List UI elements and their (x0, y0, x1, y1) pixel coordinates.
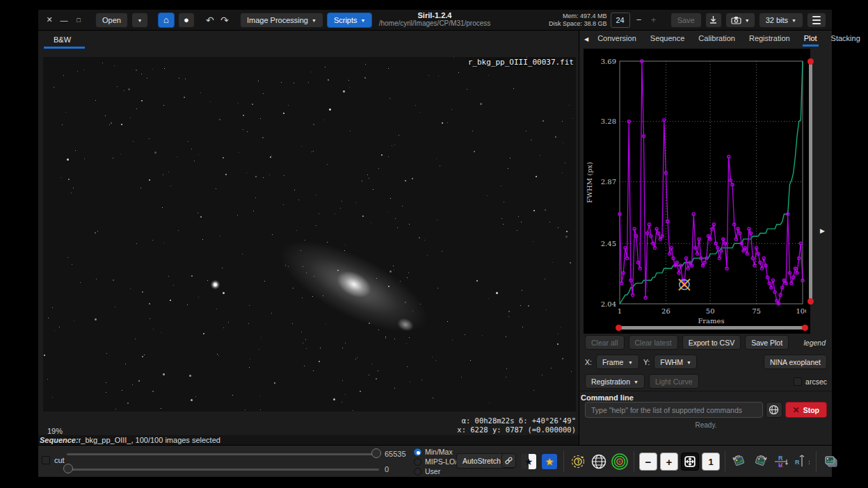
image-stack-icon (822, 453, 839, 470)
svg-text:2.45: 2.45 (601, 240, 616, 247)
image-processing-menu[interactable]: Image Processing▼ (240, 13, 323, 28)
chevron-down-icon: ▼ (312, 18, 316, 23)
tab-registration[interactable]: Registration (748, 31, 791, 47)
svg-text:3.28: 3.28 (601, 117, 616, 125)
svg-text:2.04: 2.04 (601, 300, 616, 308)
redo-icon[interactable]: ↷ (219, 15, 230, 26)
save-plot-button[interactable]: Save Plot (745, 335, 789, 350)
open-recent-dropdown[interactable]: ▼ (131, 13, 148, 28)
svg-text:R: R (778, 462, 783, 469)
snapshot-button[interactable] (569, 453, 587, 471)
image-filename-overlay: r_bkg_pp_OIII_00037.fit (468, 58, 574, 67)
radio-user-label: User (425, 467, 440, 475)
flip-vertical-button[interactable]: RR (772, 453, 790, 471)
one-to-one-zoom-button[interactable]: 1 (702, 453, 720, 471)
channel-tabbar: B&W (38, 31, 579, 49)
plus-icon: + (666, 456, 673, 468)
tab-bw-channel[interactable]: B&W (44, 33, 85, 49)
increase-button[interactable]: + (648, 15, 659, 25)
snapshot-menu[interactable]: ▼ (725, 13, 755, 28)
plot-y-range-slider[interactable] (807, 60, 814, 304)
celestial-grid-button[interactable] (590, 453, 608, 471)
save-as-button[interactable] (705, 13, 722, 28)
window-minimize-icon[interactable]: — (58, 16, 70, 24)
undo-icon[interactable]: ↶ (204, 15, 216, 26)
window-title: Siril-1.2.4 /home/cyril/Images/CP/M31/pr… (330, 11, 539, 27)
export-csv-button[interactable]: Export to CSV (682, 335, 741, 350)
siril-window: ✕ — □ Open ▼ ⌂ ● ↶ ↷ Image Processing▼ S… (38, 10, 832, 477)
image-viewport[interactable]: r_bkg_pp_OIII_00037.fit (43, 57, 576, 412)
camera-icon (731, 16, 741, 24)
rotate-right-icon (752, 453, 769, 470)
home-button[interactable]: ⌂ (158, 13, 175, 28)
toolbar-separator (816, 451, 817, 472)
open-button[interactable]: Open (95, 13, 128, 28)
record-button[interactable]: ● (178, 13, 195, 28)
x-range-handle-right[interactable] (802, 325, 808, 331)
zoom-out-button[interactable]: − (639, 453, 657, 471)
decrease-button[interactable]: − (634, 15, 645, 25)
panel-expander-icon[interactable]: ▶ (820, 227, 825, 234)
pixel-coordinates: x: 6228 y: 0787 (=0.000000) (457, 425, 576, 434)
hi-slider-handle[interactable] (371, 448, 381, 458)
tabs-scroll-left-icon[interactable]: ◀ (582, 36, 590, 42)
cut-label: cut (54, 456, 65, 464)
fwhm-plot[interactable]: 2.042.452.873.283.691265075100FWHM (px)F… (585, 51, 806, 324)
command-line-label: Command line (579, 391, 833, 402)
arcsec-checkbox[interactable] (794, 377, 802, 386)
zoom-in-button[interactable]: + (660, 453, 678, 471)
tab-calibration[interactable]: Calibration (697, 31, 737, 47)
legend-label: legend (803, 339, 827, 347)
negative-view-button[interactable]: ★ (520, 453, 538, 471)
toolbar-separator (725, 451, 725, 472)
main-menu-button[interactable] (807, 13, 826, 28)
tab-conversion[interactable]: Conversion (596, 31, 638, 47)
y-range-handle-top[interactable] (807, 58, 814, 65)
sequence-frames-button[interactable] (821, 453, 839, 471)
y-axis-dropdown[interactable]: FWHM▼ (654, 355, 697, 369)
registration-dropdown[interactable]: Registration▼ (585, 374, 645, 389)
clear-all-button[interactable]: Clear all (585, 335, 625, 350)
radio-user[interactable] (414, 468, 421, 475)
nina-exoplanet-button[interactable]: NINA exoplanet (764, 355, 827, 369)
image-panel: B&W r_bkg_pp_OIII_00037.fit α: 00h28m22s… (38, 31, 579, 445)
chevron-down-icon: ▼ (634, 380, 638, 384)
bit-depth-dropdown[interactable]: 32 bits▼ (759, 13, 803, 28)
save-button[interactable]: Save (670, 13, 702, 28)
plot-x-range-slider[interactable] (617, 325, 807, 331)
radio-minmax[interactable] (414, 448, 421, 456)
hi-value: 65535 (385, 450, 406, 458)
lo-slider-track[interactable] (67, 469, 379, 471)
command-input[interactable] (585, 402, 763, 418)
lo-slider-handle[interactable] (63, 464, 73, 473)
processing-tabbar: ◀ Conversion Sequence Calibration Regist… (579, 31, 832, 47)
rotate-left-button[interactable] (730, 453, 748, 471)
chevron-down-icon: ▼ (745, 18, 750, 23)
command-help-button[interactable] (766, 402, 782, 418)
y-range-handle-bottom[interactable] (807, 298, 814, 304)
tab-stacking[interactable]: Stacking (830, 31, 862, 47)
flip-horizontal-button[interactable]: RR (793, 453, 811, 471)
tab-sequence[interactable]: Sequence (649, 31, 686, 47)
rotate-right-button[interactable] (751, 453, 769, 471)
x-range-handle-left[interactable] (616, 325, 622, 331)
svg-text:R: R (808, 459, 810, 466)
link-channels-button[interactable] (501, 453, 516, 468)
resources-info: Mem: 497.4 MB Disk Space: 38.8 GB (549, 13, 607, 28)
cut-checkbox[interactable] (42, 456, 50, 464)
stop-button[interactable]: ✕ Stop (785, 402, 827, 418)
star-rendering-button[interactable]: ★ (540, 453, 558, 471)
radio-mips[interactable] (414, 458, 421, 466)
window-close-icon[interactable]: ✕ (44, 15, 55, 24)
radio-minmax-label: Min/Max (425, 448, 453, 456)
fit-to-window-button[interactable] (681, 453, 699, 471)
light-curve-button[interactable]: Light Curve (649, 374, 699, 389)
window-maximize-icon[interactable]: □ (73, 17, 84, 24)
sequence-status-bar: Sequence:r_bkg_pp_OIII_, 100/100 images … (38, 435, 579, 445)
photometry-button[interactable] (611, 453, 629, 471)
x-axis-dropdown[interactable]: Frame▼ (596, 355, 639, 369)
hi-slider-track[interactable] (67, 453, 379, 455)
processing-panel: ◀ Conversion Sequence Calibration Regist… (579, 31, 832, 445)
tab-plot[interactable]: Plot (803, 31, 819, 47)
clear-latest-button[interactable]: Clear latest (629, 335, 678, 350)
